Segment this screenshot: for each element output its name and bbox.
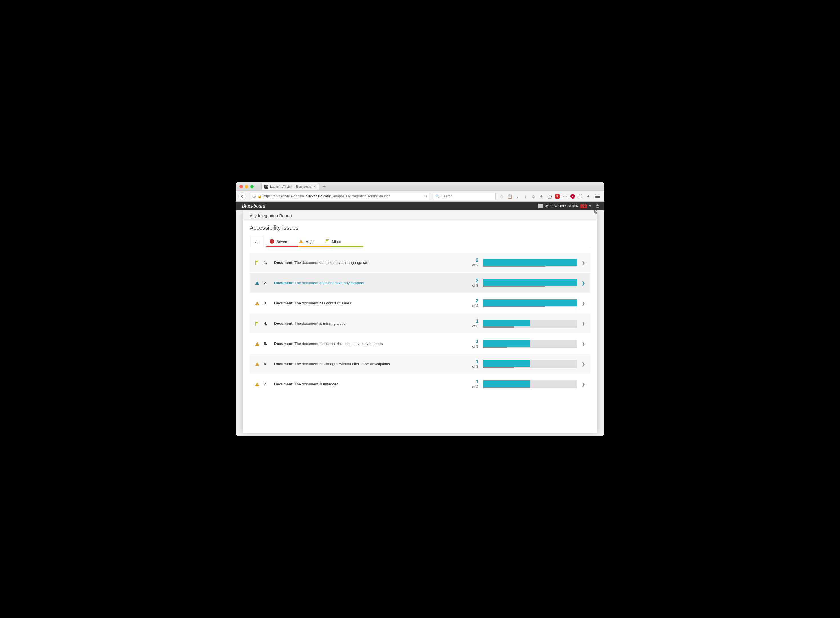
- circle-icon[interactable]: ◯: [547, 194, 552, 199]
- tab-minor[interactable]: Minor: [320, 236, 346, 247]
- url-text: https://bd-partner-a-original.blackboard…: [263, 194, 422, 198]
- row-number: 1.: [264, 260, 270, 265]
- severity-icon: [255, 382, 259, 386]
- home-icon[interactable]: ⌂: [531, 194, 536, 199]
- issue-row[interactable]: 4. Document: The document is missing a t…: [250, 313, 590, 334]
- tab-all[interactable]: All: [250, 236, 264, 247]
- row-count: 1of 2: [465, 379, 478, 389]
- tab-minor-label: Minor: [332, 239, 341, 244]
- chevron-right-icon: ❯: [582, 260, 585, 265]
- row-count: 1of 3: [465, 359, 478, 368]
- progress-bar: [483, 340, 577, 348]
- reload-icon[interactable]: ↻: [424, 194, 427, 198]
- new-tab-button[interactable]: +: [321, 184, 328, 189]
- issue-row[interactable]: 1. Document: The document does not have …: [250, 253, 590, 273]
- warn-icon: [255, 382, 259, 386]
- row-count: 1of 3: [465, 319, 478, 328]
- blackboard-header: Blackboard Wade Weichel-ADMIN 13 ▼: [236, 202, 604, 210]
- progress-bar: [483, 360, 577, 368]
- url-bar[interactable]: ⓘ 🔒 https://bd-partner-a-original.blackb…: [250, 193, 429, 200]
- back-button[interactable]: [238, 192, 246, 200]
- row-count: 2of 3: [465, 299, 478, 308]
- chevron-right-icon: ❯: [582, 301, 585, 306]
- download-icon[interactable]: ↓: [523, 194, 528, 199]
- warn-icon: [255, 301, 259, 306]
- issue-row[interactable]: 3. Document: The document has contrast i…: [250, 293, 590, 313]
- warn-icon: [255, 362, 259, 366]
- notification-badge: 13: [580, 204, 587, 208]
- favicon: Bb: [264, 184, 269, 189]
- severe-icon: !: [270, 239, 274, 244]
- user-menu[interactable]: Wade Weichel-ADMIN 13 ▼: [538, 202, 604, 210]
- row-description: Document: The document does not have a l…: [274, 260, 460, 265]
- s-extension-icon[interactable]: S: [555, 194, 560, 199]
- issue-row[interactable]: 2. Document: The document does not have …: [250, 273, 590, 293]
- clipboard-icon[interactable]: 📋: [507, 194, 512, 199]
- username: Wade Weichel-ADMIN: [545, 204, 578, 208]
- severity-icon: [255, 362, 259, 366]
- tab-color-bar: [266, 246, 363, 247]
- eye-extension-icon[interactable]: ●: [570, 194, 575, 199]
- issue-row[interactable]: 6. Document: The document has images wit…: [250, 354, 590, 374]
- major-icon: [299, 239, 303, 244]
- severity-icon: [255, 301, 259, 306]
- report-title: Ally Integration Report: [243, 210, 597, 221]
- svg-rect-4: [257, 282, 257, 284]
- progress-bar: [483, 299, 577, 307]
- svg-rect-6: [257, 302, 257, 304]
- section-title: Accessibility issues: [243, 221, 597, 231]
- close-window-button[interactable]: [239, 185, 243, 188]
- report-page: ✕ Ally Integration Report Accessibility …: [243, 210, 597, 433]
- content-area: Blackboard Wade Weichel-ADMIN 13 ▼ Links…: [236, 202, 604, 436]
- minimize-window-button[interactable]: [245, 185, 248, 188]
- send-icon[interactable]: ✈: [539, 194, 544, 199]
- wand-icon[interactable]: ✦: [586, 194, 591, 199]
- power-icon: [595, 204, 600, 208]
- severity-icon: [255, 281, 259, 285]
- tab-severe[interactable]: ! Severe: [264, 236, 293, 247]
- chevron-down-icon: ▼: [589, 205, 592, 207]
- tab-all-label: All: [255, 240, 259, 244]
- browser-window: Bb Launch LTI Link – Blackboard ✕ + ⓘ 🔒 …: [236, 182, 604, 436]
- row-description: Document: The document does not have any…: [274, 281, 460, 285]
- warn-icon: [255, 281, 259, 285]
- progress-bar: [483, 279, 577, 287]
- crop-icon[interactable]: ⛶: [578, 194, 583, 199]
- row-count: 2of 3: [465, 258, 478, 267]
- row-description: Document: The document has tables that d…: [274, 342, 460, 346]
- progress-bar: [483, 319, 577, 328]
- avatar: [538, 204, 543, 208]
- progress-bar: [483, 380, 577, 388]
- browser-tab[interactable]: Bb Launch LTI Link – Blackboard ✕: [261, 183, 319, 190]
- issue-row[interactable]: 7. Document: The document is untagged 1o…: [250, 374, 590, 395]
- tab-major-label: Major: [306, 239, 315, 244]
- svg-rect-13: [257, 385, 257, 386]
- svg-rect-2: [301, 241, 301, 242]
- chevron-right-icon: ❯: [582, 342, 585, 346]
- row-description: Document: The document has images withou…: [274, 362, 460, 366]
- row-description: Document: The document is untagged: [274, 382, 460, 386]
- chevron-right-icon: ❯: [582, 321, 585, 326]
- more-icon[interactable]: ⋯: [562, 194, 567, 199]
- tab-close-icon[interactable]: ✕: [313, 184, 316, 189]
- logout-button[interactable]: [593, 202, 601, 210]
- tab-major[interactable]: Major: [294, 236, 320, 247]
- star-icon[interactable]: ☆: [499, 194, 504, 199]
- svg-rect-5: [257, 284, 257, 284]
- search-bar[interactable]: 🔍 Search: [433, 193, 496, 200]
- row-number: 5.: [264, 342, 270, 346]
- severity-icon: [255, 321, 259, 326]
- row-description: Document: The document has contrast issu…: [274, 301, 460, 305]
- chevron-right-icon: ❯: [582, 281, 585, 285]
- row-number: 6.: [264, 362, 270, 366]
- issues-list: 1. Document: The document does not have …: [250, 253, 590, 395]
- severity-tabs: All ! Severe Major Minor: [250, 236, 590, 247]
- blackboard-logo[interactable]: Blackboard: [242, 203, 266, 209]
- issue-row[interactable]: 5. Document: The document has tables tha…: [250, 334, 590, 354]
- menu-button[interactable]: [594, 192, 602, 200]
- maximize-window-button[interactable]: [250, 185, 254, 188]
- row-number: 3.: [264, 301, 270, 305]
- chevron-right-icon: ❯: [582, 382, 585, 386]
- pocket-icon[interactable]: ⌄: [515, 194, 520, 199]
- toolbar-icons: ☆ 📋 ⌄ ↓ ⌂ ✈ ◯ S ⋯ ● ⛶ ✦: [499, 192, 602, 200]
